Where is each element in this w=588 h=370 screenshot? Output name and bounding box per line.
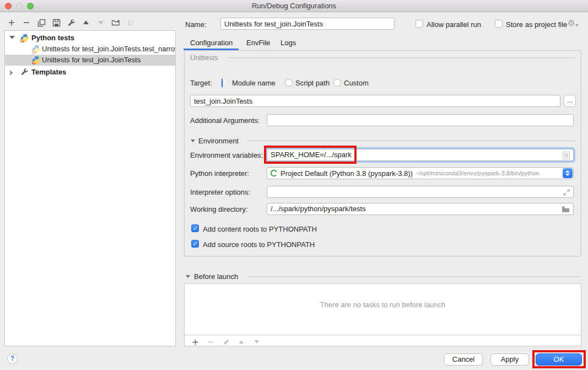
working-directory-value: /.../spark/python/pyspark/tests bbox=[271, 205, 366, 213]
environment-section-line bbox=[247, 141, 575, 141]
python-interpreter-path: ~/opt/miniconda3/envs/pyspark-3.8/bin/py… bbox=[416, 170, 540, 176]
save-icon[interactable] bbox=[51, 18, 61, 28]
working-directory-label: Working directory: bbox=[190, 205, 248, 213]
allow-parallel-run-label: Allow parallel run bbox=[427, 20, 481, 29]
tree-item-python-tests[interactable]: Python tests bbox=[5, 33, 175, 44]
tree-item-label: Python tests bbox=[31, 33, 74, 44]
tree-item-label: Templates bbox=[31, 67, 66, 78]
new-folder-icon[interactable] bbox=[111, 18, 121, 28]
tab-configuration[interactable]: Configuration bbox=[190, 39, 233, 47]
tab-envfile[interactable]: EnvFile bbox=[246, 39, 270, 47]
edit-templates-wrench-icon[interactable] bbox=[66, 18, 76, 28]
configurations-tree: Python tests Unittests for test_join.Joi… bbox=[4, 30, 176, 346]
add-icon[interactable] bbox=[190, 337, 200, 347]
environment-variables-label: Environment variables: bbox=[190, 151, 263, 159]
tree-item-test-narrow[interactable]: Unittests for test_join.JoinTests.test_n… bbox=[5, 44, 175, 55]
chevron-down-icon[interactable] bbox=[9, 36, 15, 39]
copy-icon[interactable] bbox=[36, 18, 46, 28]
help-button[interactable]: ? bbox=[7, 353, 18, 364]
sort-alphabetically-icon: az bbox=[126, 18, 136, 28]
python-interpreter-select[interactable]: Project Default (Python 3.8 (pyspark-3.8… bbox=[267, 167, 574, 179]
add-content-roots-checkbox[interactable]: ✓ bbox=[191, 224, 199, 232]
tab-logs[interactable]: Logs bbox=[280, 39, 296, 47]
before-launch-task-list: There are no tasks to run before launch bbox=[184, 283, 581, 346]
radio-custom-label: Custom bbox=[344, 79, 369, 87]
minimize-window-button bbox=[16, 3, 23, 9]
radio-script-path-label: Script path bbox=[295, 79, 330, 87]
edit-pencil-icon bbox=[221, 337, 231, 347]
cancel-button[interactable]: Cancel bbox=[444, 353, 483, 366]
gear-dropdown-arrow-icon bbox=[575, 24, 579, 26]
allow-parallel-run-checkbox[interactable] bbox=[416, 20, 423, 28]
browse-button[interactable]: ... bbox=[564, 95, 576, 107]
close-window-button[interactable] bbox=[5, 3, 12, 9]
environment-variables-value: SPARK_HOME=/.../spark bbox=[271, 151, 352, 159]
tree-item-jointests-selected[interactable]: Unittests for test_join.JoinTests bbox=[5, 55, 175, 66]
configurations-toolbar: az bbox=[7, 18, 136, 28]
add-content-roots-label: Add content roots to PYTHONPATH bbox=[203, 225, 317, 233]
tree-item-label: Unittests for test_join.JoinTests bbox=[42, 55, 141, 66]
environment-variables-input[interactable]: SPARK_HOME=/.../spark bbox=[267, 149, 574, 161]
target-label: Target: bbox=[190, 79, 212, 87]
name-input[interactable] bbox=[220, 18, 395, 30]
svg-text:a: a bbox=[131, 19, 133, 23]
dropdown-spinner-icon[interactable] bbox=[563, 168, 573, 178]
conda-icon bbox=[270, 169, 278, 177]
remove-icon[interactable] bbox=[21, 18, 31, 28]
additional-arguments-input[interactable] bbox=[267, 114, 574, 126]
working-directory-input[interactable]: /.../spark/python/pyspark/tests bbox=[267, 203, 574, 215]
python-test-icon bbox=[32, 45, 41, 53]
module-name-input[interactable] bbox=[190, 95, 560, 107]
before-launch-collapse-icon[interactable] bbox=[186, 275, 190, 278]
radio-custom[interactable] bbox=[333, 79, 341, 87]
expand-field-icon[interactable] bbox=[563, 189, 570, 197]
templates-wrench-icon bbox=[20, 68, 29, 77]
additional-arguments-label: Additional Arguments: bbox=[190, 116, 260, 125]
folder-icon[interactable] bbox=[562, 206, 570, 215]
python-interpreter-label: Python interpreter: bbox=[190, 169, 249, 178]
unittests-group-label: Unittests bbox=[190, 53, 218, 62]
remove-icon bbox=[206, 337, 215, 347]
before-launch-section-line bbox=[247, 276, 580, 277]
before-launch-section-label: Before launch bbox=[194, 272, 238, 281]
store-as-project-file-label: Store as project file bbox=[506, 20, 567, 29]
move-down-icon bbox=[96, 18, 106, 28]
ok-button[interactable]: OK bbox=[536, 353, 582, 366]
zoom-window-button[interactable] bbox=[27, 3, 34, 9]
show-variables-icon[interactable] bbox=[563, 152, 570, 161]
interpreter-options-input[interactable] bbox=[267, 186, 574, 198]
add-source-roots-checkbox[interactable]: ✓ bbox=[191, 240, 199, 248]
add-icon[interactable] bbox=[7, 18, 17, 28]
apply-button[interactable]: Apply bbox=[490, 353, 529, 366]
radio-module-name-label: Module name bbox=[232, 79, 276, 87]
move-up-icon[interactable] bbox=[81, 18, 91, 28]
name-label: Name: bbox=[185, 20, 206, 29]
radio-script-path[interactable] bbox=[285, 79, 293, 87]
svg-text:z: z bbox=[131, 23, 133, 26]
move-down-icon bbox=[252, 337, 262, 347]
tree-item-templates[interactable]: Templates bbox=[5, 67, 175, 78]
before-launch-toolbar bbox=[190, 337, 262, 347]
chevron-right-icon[interactable] bbox=[10, 70, 13, 76]
before-launch-empty-message: There are no tasks to run before launch bbox=[185, 301, 581, 309]
store-as-project-file-checkbox[interactable] bbox=[495, 20, 503, 28]
window-title: Run/Debug Configurations bbox=[0, 0, 588, 12]
title-bar: Run/Debug Configurations bbox=[0, 0, 588, 12]
python-tests-icon bbox=[20, 34, 29, 42]
move-up-icon bbox=[236, 337, 246, 347]
tree-item-label: Unittests for test_join.JoinTests.test_n… bbox=[42, 44, 175, 55]
python-interpreter-value: Project Default (Python 3.8 (pyspark-3.8… bbox=[280, 169, 413, 178]
before-launch-toolbar-divider bbox=[185, 335, 581, 335]
radio-module-name[interactable] bbox=[222, 78, 223, 88]
environment-collapse-icon[interactable] bbox=[191, 140, 195, 142]
python-test-icon bbox=[32, 56, 41, 65]
environment-section-label: Environment bbox=[198, 137, 239, 145]
interpreter-options-label: Interpreter options: bbox=[190, 188, 250, 196]
unittests-group-line bbox=[227, 57, 575, 58]
add-source-roots-label: Add source roots to PYTHONPATH bbox=[203, 240, 315, 249]
gear-icon[interactable]: ⚙ bbox=[568, 18, 575, 28]
